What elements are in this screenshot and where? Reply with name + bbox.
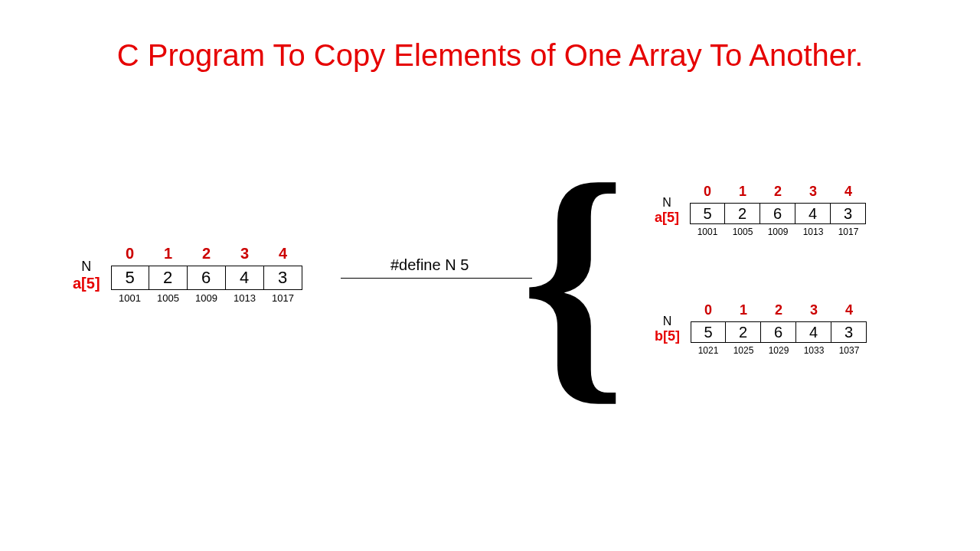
index-cell: 0 <box>111 245 149 266</box>
value-cell: 6 <box>760 203 795 224</box>
index-cell: 1 <box>149 245 188 266</box>
address-cell: 1005 <box>725 224 760 237</box>
array-name-b-right: b[5] <box>655 328 680 344</box>
address-cell: 1017 <box>831 224 866 237</box>
index-cell: 0 <box>690 184 725 203</box>
array-left: N a[5] 0 1 2 3 4 5 2 6 4 3 1001 1005 100… <box>73 245 302 304</box>
index-cell: 4 <box>831 302 867 321</box>
index-cell: 2 <box>188 245 226 266</box>
n-label: N <box>655 315 680 328</box>
address-cell: 1017 <box>264 290 302 304</box>
page-title: C Program To Copy Elements of One Array … <box>0 0 980 73</box>
n-label: N <box>73 259 100 275</box>
address-cell: 1009 <box>188 290 226 304</box>
index-cell: 3 <box>796 302 831 321</box>
value-cell: 3 <box>831 203 866 224</box>
address-cell: 1033 <box>796 343 831 356</box>
index-cell: 3 <box>795 184 831 203</box>
value-cell: 6 <box>188 266 226 290</box>
address-cell: 1009 <box>760 224 795 237</box>
address-cell: 1037 <box>831 343 867 356</box>
index-cell: 0 <box>691 302 726 321</box>
connector-line <box>341 278 532 279</box>
address-cell: 1025 <box>726 343 761 356</box>
array-right-b: N b[5] 0 1 2 3 4 5 2 6 4 3 1021 1025 102… <box>655 302 867 356</box>
index-cell: 2 <box>760 184 795 203</box>
address-cell: 1001 <box>690 224 725 237</box>
value-cell: 5 <box>111 266 149 290</box>
address-cell: 1001 <box>111 290 149 304</box>
value-cell: 5 <box>691 321 726 343</box>
array-name-a-right: a[5] <box>655 210 679 226</box>
address-cell: 1021 <box>691 343 726 356</box>
array-right-a: N a[5] 0 1 2 3 4 5 2 6 4 3 1001 1005 100… <box>655 184 866 237</box>
value-cell: 6 <box>761 321 796 343</box>
value-cell: 4 <box>226 266 264 290</box>
value-cell: 3 <box>264 266 302 290</box>
address-cell: 1013 <box>795 224 831 237</box>
index-cell: 1 <box>725 184 760 203</box>
value-cell: 5 <box>690 203 725 224</box>
value-cell: 2 <box>149 266 188 290</box>
index-cell: 4 <box>264 245 302 266</box>
index-cell: 2 <box>761 302 796 321</box>
address-cell: 1005 <box>149 290 188 304</box>
value-cell: 2 <box>725 203 760 224</box>
define-label: #define N 5 <box>390 256 469 274</box>
array-name-a-left: a[5] <box>73 275 100 292</box>
address-cell: 1029 <box>761 343 796 356</box>
address-cell: 1013 <box>226 290 264 304</box>
index-cell: 3 <box>226 245 264 266</box>
index-cell: 1 <box>726 302 761 321</box>
value-cell: 2 <box>726 321 761 343</box>
value-cell: 4 <box>795 203 831 224</box>
n-label: N <box>655 196 679 210</box>
value-cell: 4 <box>796 321 831 343</box>
value-cell: 3 <box>831 321 867 343</box>
index-cell: 4 <box>831 184 866 203</box>
